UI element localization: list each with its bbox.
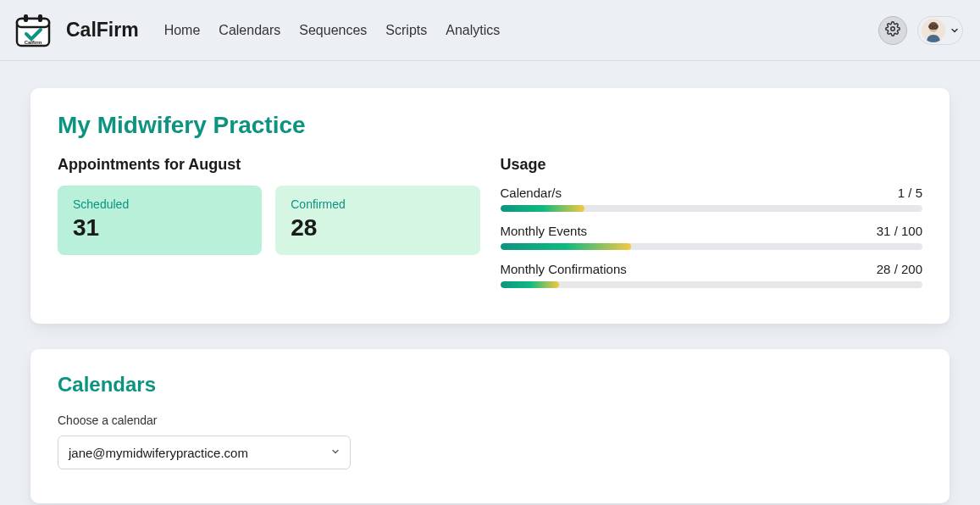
appointments-column: Appointments for August Scheduled 31 Con… xyxy=(58,156,480,300)
nav-links: Home Calendars Sequences Scripts Analyti… xyxy=(164,23,501,38)
usage-confirmations-fill xyxy=(501,281,560,288)
usage-column: Usage Calendar/s 1 / 5 Monthly Events 31… xyxy=(501,156,923,300)
brand-name[interactable]: CalFirm xyxy=(66,19,139,42)
appointments-heading: Appointments for August xyxy=(58,156,480,174)
calfirm-logo[interactable]: Calfirm xyxy=(10,11,56,50)
calendars-title: Calendars xyxy=(58,373,922,397)
usage-confirmations-bar xyxy=(501,281,923,288)
nav-scripts[interactable]: Scripts xyxy=(385,23,427,38)
user-menu[interactable] xyxy=(917,16,963,45)
content: My Midwifery Practice Appointments for A… xyxy=(0,61,980,505)
practice-overview-card: My Midwifery Practice Appointments for A… xyxy=(30,88,950,324)
stat-scheduled-value: 31 xyxy=(73,214,246,241)
svg-text:Calfirm: Calfirm xyxy=(25,40,42,45)
svg-rect-3 xyxy=(38,14,42,22)
chevron-down-icon xyxy=(950,23,959,38)
navbar-right xyxy=(878,16,963,45)
stat-confirmed-value: 28 xyxy=(291,214,464,241)
usage-events-bar xyxy=(501,243,923,250)
usage-confirmations-label: Monthly Confirmations xyxy=(501,262,627,276)
stat-scheduled-label: Scheduled xyxy=(73,197,246,211)
nav-analytics[interactable]: Analytics xyxy=(446,23,500,38)
usage-events-label: Monthly Events xyxy=(501,224,588,238)
svg-rect-1 xyxy=(17,19,49,27)
usage-calendars: Calendar/s 1 / 5 xyxy=(501,186,923,212)
svg-point-5 xyxy=(891,26,895,31)
nav-home[interactable]: Home xyxy=(164,23,201,38)
usage-events: Monthly Events 31 / 100 xyxy=(501,224,923,250)
calendars-card: Calendars Choose a calendar jane@mymidwi… xyxy=(30,349,950,503)
usage-calendars-bar xyxy=(501,205,923,212)
stat-cards: Scheduled 31 Confirmed 28 xyxy=(58,186,480,255)
navbar: Calfirm CalFirm Home Calendars Sequences… xyxy=(0,0,980,61)
stat-scheduled-card: Scheduled 31 xyxy=(58,186,262,255)
gear-icon xyxy=(885,21,900,40)
usage-calendars-fill xyxy=(501,205,585,212)
usage-calendars-value: 1 / 5 xyxy=(898,186,922,200)
usage-calendars-label: Calendar/s xyxy=(501,186,562,200)
overview-row: Appointments for August Scheduled 31 Con… xyxy=(58,156,922,300)
avatar xyxy=(922,19,945,42)
calendar-select[interactable]: jane@mymidwiferypractice.com xyxy=(58,436,351,469)
stat-confirmed-label: Confirmed xyxy=(291,197,464,211)
nav-calendars[interactable]: Calendars xyxy=(219,23,280,38)
practice-title: My Midwifery Practice xyxy=(58,112,922,139)
choose-calendar-label: Choose a calendar xyxy=(58,413,922,427)
nav-sequences[interactable]: Sequences xyxy=(299,23,367,38)
calendar-select-value[interactable]: jane@mymidwiferypractice.com xyxy=(58,436,351,469)
usage-confirmations: Monthly Confirmations 28 / 200 xyxy=(501,262,923,288)
svg-rect-2 xyxy=(24,14,28,22)
settings-button[interactable] xyxy=(878,16,907,45)
usage-events-fill xyxy=(501,243,632,250)
stat-confirmed-card: Confirmed 28 xyxy=(275,186,479,255)
usage-events-value: 31 / 100 xyxy=(877,224,922,238)
navbar-left: Calfirm CalFirm Home Calendars Sequences… xyxy=(10,11,500,50)
usage-heading: Usage xyxy=(501,156,923,174)
usage-confirmations-value: 28 / 200 xyxy=(877,262,922,276)
